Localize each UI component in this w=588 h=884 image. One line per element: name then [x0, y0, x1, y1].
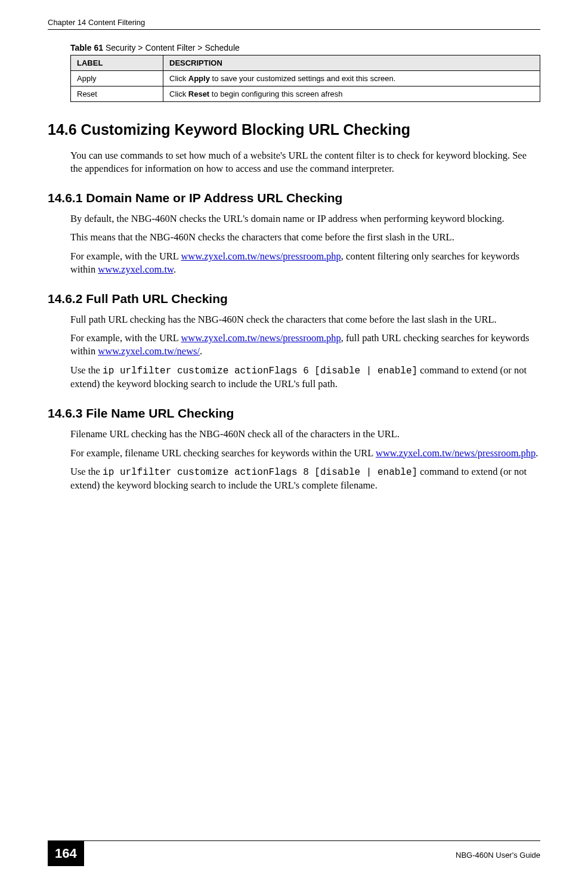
- paragraph: Use the ip urlfilter customize actionFla…: [70, 465, 540, 492]
- paragraph: This means that the NBG-460N checks the …: [70, 231, 540, 244]
- url-link[interactable]: www.zyxel.com.tw/news/pressroom.php: [376, 447, 536, 459]
- page-number: 164: [48, 841, 84, 866]
- cell-label: Reset: [71, 86, 163, 102]
- cell-description: Click Reset to begin configuring this sc…: [163, 86, 540, 102]
- url-link[interactable]: www.zyxel.com.tw/news/pressroom.php: [181, 251, 341, 262]
- guide-name: NBG-460N User's Guide: [456, 851, 540, 860]
- table-row: Reset Click Reset to begin configuring t…: [71, 86, 540, 102]
- col-header-description: DESCRIPTION: [163, 55, 540, 71]
- section-14-6-3-heading: 14.6.3 File Name URL Checking: [48, 406, 540, 421]
- table-breadcrumb: Security > Content Filter > Schedule: [103, 43, 240, 52]
- chapter-title: Chapter 14 Content Filtering: [48, 18, 145, 27]
- section-14-6-2-heading: 14.6.2 Full Path URL Checking: [48, 292, 540, 306]
- paragraph: By default, the NBG-460N checks the URL'…: [70, 212, 540, 225]
- cli-command: ip urlfilter customize actionFlags 8 [di…: [103, 467, 417, 478]
- page-footer: 164 NBG-460N User's Guide: [48, 840, 540, 866]
- table-row: Apply Click Apply to save your customize…: [71, 71, 540, 86]
- paragraph: Use the ip urlfilter customize actionFla…: [70, 364, 540, 391]
- table-number: Table 61: [70, 43, 103, 52]
- cell-description: Click Apply to save your customized sett…: [163, 71, 540, 86]
- url-link[interactable]: www.zyxel.com.tw/news/: [98, 345, 200, 357]
- col-header-label: LABEL: [71, 55, 163, 71]
- paragraph: For example, with the URL www.zyxel.com.…: [70, 250, 540, 276]
- content-area: Table 61 Security > Content Filter > Sch…: [48, 43, 540, 492]
- paragraph: For example, filename URL checking searc…: [70, 447, 540, 460]
- cli-command: ip urlfilter customize actionFlags 6 [di…: [103, 366, 417, 376]
- page-header: Chapter 14 Content Filtering: [48, 18, 540, 30]
- paragraph: For example, with the URL www.zyxel.com.…: [70, 332, 540, 358]
- schedule-table: LABEL DESCRIPTION Apply Click Apply to s…: [70, 55, 540, 102]
- url-link[interactable]: www.zyxel.com.tw/news/pressroom.php: [181, 332, 341, 344]
- table-header-row: LABEL DESCRIPTION: [71, 55, 540, 71]
- section-14-6-heading: 14.6 Customizing Keyword Blocking URL Ch…: [48, 121, 540, 138]
- paragraph: Filename URL checking has the NBG-460N c…: [70, 428, 540, 441]
- cell-label: Apply: [71, 71, 163, 86]
- table-caption: Table 61 Security > Content Filter > Sch…: [70, 43, 540, 52]
- section-14-6-1-heading: 14.6.1 Domain Name or IP Address URL Che…: [48, 191, 540, 205]
- paragraph: Full path URL checking has the NBG-460N …: [70, 313, 540, 326]
- paragraph: You can use commands to set how much of …: [70, 149, 540, 175]
- url-link[interactable]: www.zyxel.com.tw: [98, 264, 174, 275]
